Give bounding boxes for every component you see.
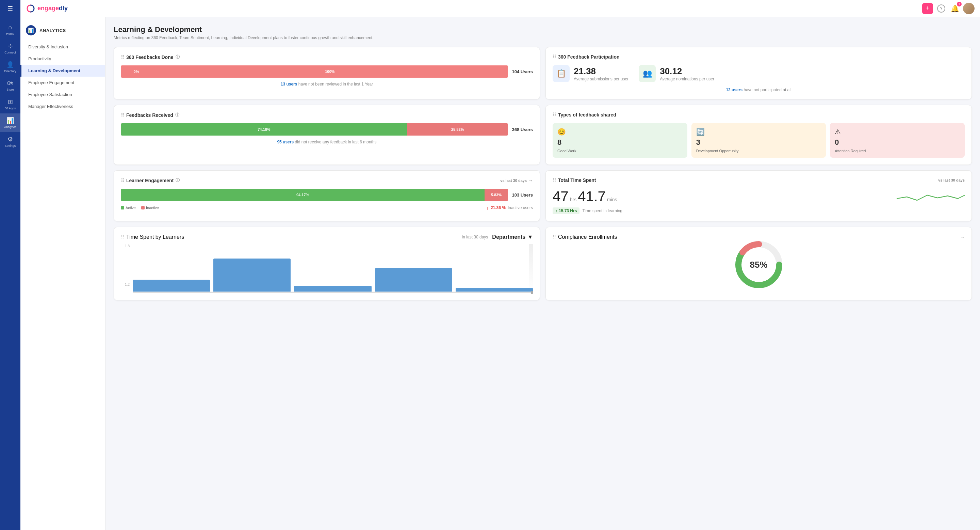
- learner-engagement-card: ⠿ Learner Engagement ⓘ vs last 30 days →…: [114, 170, 540, 221]
- time-chart: [897, 188, 965, 209]
- sidebar-item-diversity[interactable]: Diversity & Inclusion: [21, 41, 105, 53]
- time-sub-label: Time spent in learning: [582, 208, 622, 213]
- down-arrow-icon: ↓: [486, 205, 488, 211]
- feedbacks-done-info-icon[interactable]: ⓘ: [176, 54, 180, 60]
- left-nav: ⌂ Home ⊹ Connect 👤 Directory 🛍 Store ⊞ 8…: [0, 17, 21, 530]
- nominations-number: 30.12: [660, 66, 714, 77]
- nav-directory-label: Directory: [4, 69, 16, 73]
- participation-stats: 📋 21.38 Average submissions per user 👥 3…: [553, 65, 965, 82]
- donut-label: 85%: [749, 260, 767, 270]
- learner-engagement-arrow[interactable]: →: [528, 178, 533, 183]
- bar-5: [456, 288, 533, 292]
- y-label-mid: 1.2: [125, 283, 130, 286]
- nominations-label: Average nominations per user: [660, 77, 714, 81]
- nav-apps[interactable]: ⊞ 88 Apps: [0, 95, 21, 113]
- feedbacks-received-title: Feedbacks Received: [126, 112, 173, 118]
- learner-engagement-vs: vs last 30 days: [500, 179, 527, 183]
- chevron-down-icon: ▼: [527, 234, 533, 240]
- compliance-donut: 85%: [553, 244, 965, 285]
- notification-button[interactable]: 🔔 1: [950, 3, 960, 14]
- good-work-number: 8: [557, 138, 682, 147]
- time-sub-badge: ↑ 15.73 Hrs: [553, 208, 579, 214]
- good-work-label: Good Work: [557, 149, 682, 153]
- nav-settings[interactable]: ⚙ Settings: [0, 132, 21, 151]
- settings-icon: ⚙: [8, 136, 13, 143]
- inactive-pct: 21.36 %: [491, 205, 506, 210]
- development-label: Development Opportunity: [696, 149, 821, 153]
- nav-connect[interactable]: ⊹ Connect: [0, 39, 21, 57]
- main-content: Learning & Development Metrics reflectin…: [105, 17, 980, 530]
- stat-nominations: 👥 30.12 Average nominations per user: [639, 65, 714, 82]
- dept-label: Departments: [492, 234, 525, 240]
- nav-store[interactable]: 🛍 Store: [0, 76, 21, 95]
- hamburger-icon[interactable]: ☰: [8, 5, 13, 12]
- learner-engagement-info-icon[interactable]: ⓘ: [176, 177, 180, 183]
- analytics-section-header: 📊 ANALYTICS: [21, 22, 105, 41]
- total-time-vs: vs last 30 days: [938, 178, 965, 182]
- sidebar-item-engagement[interactable]: Employee Engagement: [21, 77, 105, 89]
- nav-home[interactable]: ⌂ Home: [0, 21, 21, 39]
- time-learners-title: Time Spent by Learners: [126, 234, 184, 240]
- drag-icon-7: ⠿: [121, 234, 124, 240]
- feedbacks-received-red: 25.82%: [407, 123, 508, 136]
- sidebar-item-satisfaction[interactable]: Employee Satisfaction: [21, 89, 105, 101]
- feedbacks-done-bar-right: 100%: [152, 65, 508, 78]
- feedback-type-attention: ⚠ 0 Attention Required: [830, 123, 965, 158]
- nav-analytics-label: Analytics: [4, 125, 16, 129]
- time-hours: 47: [553, 188, 569, 205]
- compliance-arrow[interactable]: →: [960, 234, 965, 240]
- attention-label: Attention Required: [835, 149, 960, 153]
- feedbacks-done-note-link[interactable]: 13 users: [281, 82, 298, 86]
- nav-analytics[interactable]: 📊 Analytics: [0, 113, 21, 132]
- legend-active-dot: [121, 206, 124, 209]
- learner-bar-container: 94.17% 5.83% 103 Users: [121, 189, 533, 201]
- participation-title: 360 Feedback Participation: [558, 54, 620, 60]
- feedback-type-development: 🔄 3 Development Opportunity: [692, 123, 826, 158]
- drag-icon-2: ⠿: [553, 54, 556, 60]
- bar-1: [133, 279, 210, 292]
- connect-icon: ⊹: [8, 42, 13, 50]
- nav-directory[interactable]: 👤 Directory: [0, 57, 21, 76]
- attention-icon: ⚠: [835, 128, 960, 136]
- submissions-icon: 📋: [553, 65, 570, 82]
- time-learners-period: In last 30 days: [462, 235, 488, 239]
- bar-2: [213, 259, 291, 292]
- user-avatar[interactable]: [963, 3, 975, 14]
- analytics-section-icon: 📊: [26, 25, 36, 35]
- learner-engagement-title: Learner Engagement: [126, 178, 173, 183]
- nav-settings-label: Settings: [5, 144, 16, 147]
- sidebar-item-productivity[interactable]: Productivity: [21, 53, 105, 65]
- sidebar-item-manager[interactable]: Manager Effectiveness: [21, 101, 105, 112]
- feedback-types-list: 😊 8 Good Work 🔄 3 Development Opportunit…: [553, 123, 965, 158]
- legend-inactive-dot: [141, 206, 145, 209]
- add-button[interactable]: +: [922, 3, 933, 14]
- drag-icon: ⠿: [121, 54, 124, 60]
- feedbacks-received-card: ⠿ Feedbacks Received ⓘ 74.18% 25.82% 368…: [114, 105, 540, 165]
- dept-select[interactable]: Departments ▼: [492, 234, 533, 240]
- feedback-participation-card: ⠿ 360 Feedback Participation 📋 21.38 Ave…: [546, 47, 972, 99]
- header-left: ☰: [0, 0, 21, 17]
- directory-icon: 👤: [6, 61, 14, 69]
- time-display: 47 hrs 41.7 mins: [553, 188, 622, 205]
- feedbacks-received-note-link[interactable]: 95 users: [277, 140, 294, 144]
- page-title: Learning & Development: [114, 25, 972, 34]
- attention-number: 0: [835, 138, 960, 147]
- inactive-note: ↓ 21.36 % Inactive users: [486, 205, 533, 211]
- feedbacks-done-title: 360 Feedbacks Done: [126, 54, 173, 60]
- bar-3: [294, 286, 371, 292]
- bar-chart-container: 1.8 1.2: [121, 244, 533, 293]
- legend-inactive: Inactive: [141, 206, 159, 210]
- sidebar-item-learning[interactable]: Learning & Development: [21, 65, 105, 77]
- development-icon: 🔄: [696, 128, 821, 136]
- submissions-number: 21.38: [574, 66, 628, 77]
- submissions-label: Average submissions per user: [574, 77, 628, 81]
- feedbacks-done-note: 13 users have not been reviewed in the l…: [121, 82, 533, 86]
- participation-note-link[interactable]: 12 users: [726, 88, 743, 92]
- stat-submissions: 📋 21.38 Average submissions per user: [553, 65, 628, 82]
- help-button[interactable]: ?: [936, 3, 947, 14]
- y-label-top: 1.8: [125, 244, 130, 248]
- logo-text: engagedly: [37, 5, 68, 12]
- feedbacks-received-info-icon[interactable]: ⓘ: [175, 112, 179, 118]
- feedbacks-done-bar-left: 0%: [121, 65, 152, 78]
- analytics-icon: 📊: [6, 117, 14, 125]
